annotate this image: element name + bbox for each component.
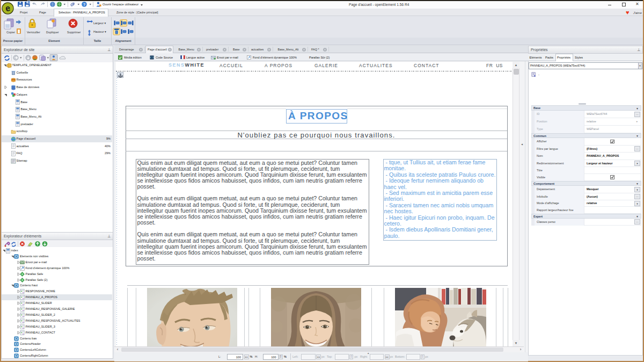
svg-text:?: ?	[83, 2, 86, 7]
